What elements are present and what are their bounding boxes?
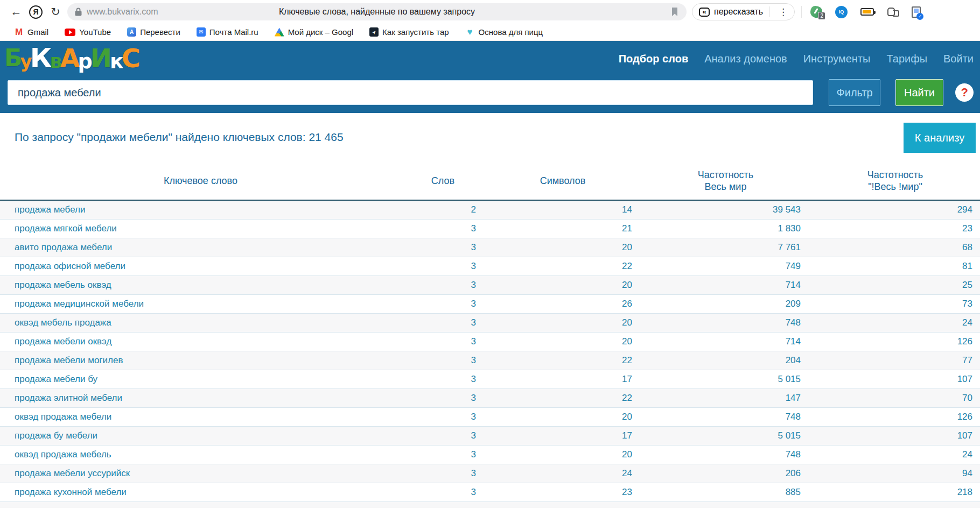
summarize-button[interactable]: « пересказать ⋮ [692,3,795,20]
value-cell-freq-exact: 25 [810,275,980,294]
keyword-cell[interactable]: продажа бу мебели [0,426,401,445]
shield-extension-icon[interactable]: 2 [810,6,822,18]
keyword-cell[interactable]: продажа мебели уссурийск [0,464,401,483]
table-row: продажа кухонной мебели323885218 [0,483,980,501]
value-cell-chars: 20 [485,445,641,464]
bookmark-label: Перевести [140,27,180,37]
value-cell-freq-world: 714 [641,275,810,294]
keyword-cell[interactable]: продажа мебели бу [0,370,401,388]
value-cell-words: 3 [401,445,485,464]
drive-icon [275,28,284,37]
value-cell-chars: 24 [485,464,641,483]
value-cell-words: 3 [401,370,485,388]
table-row: продажа офисной мебели32274981 [0,257,980,275]
yandex-browser-icon[interactable]: Я [29,5,43,19]
launch-icon [369,27,379,37]
results-row: По запросу "продажи мебели" найдено ключ… [0,113,980,161]
bukvarix-logo[interactable]: БуКвАрИкС [5,46,139,73]
value-cell-chars: 20 [485,313,641,332]
value-cell-words: 3 [401,483,485,501]
value-cell-freq-exact: 126 [810,332,980,351]
nav-domains[interactable]: Анализ доменов [704,53,787,65]
bookmark-label: Почта Mail.ru [209,27,258,37]
bookmark-icon[interactable] [670,7,679,17]
value-cell-freq-exact: 81 [810,257,980,275]
value-cell-freq-world: 748 [641,313,810,332]
column-header-freq-exact: Частотность"!Весь !мир" [810,161,980,200]
keyword-cell[interactable]: продажа офисной мебели [0,257,401,275]
keyword-cell[interactable]: продажа кухонной мебели [0,483,401,501]
value-cell-freq-exact: 294 [810,200,980,219]
value-cell-freq-world: 204 [641,351,810,370]
pizza-icon [465,28,475,37]
divider [769,6,770,17]
bookmark-youtube[interactable]: YouTube [65,27,111,37]
keyword-cell[interactable]: продажа мягкой мебели [0,219,401,238]
value-cell-chars: 22 [485,388,641,407]
iq-extension-icon[interactable]: IQ [835,6,848,18]
value-cell-chars: 20 [485,407,641,426]
keyword-cell[interactable]: авито продажа мебели [0,238,401,257]
value-cell-freq-exact: 68 [810,238,980,257]
nav-pricing[interactable]: Тарифы [886,53,927,65]
value-cell-freq-exact: 126 [810,407,980,426]
bookmark-drive[interactable]: Мой диск – Googl [275,27,353,37]
bookmark-label: Gmail [27,27,48,37]
nav-login[interactable]: Войти [943,53,974,65]
value-cell-chars: 17 [485,426,641,445]
search-input[interactable] [8,80,813,105]
value-cell-freq-world: 714 [641,332,810,351]
keyword-cell[interactable]: оквэд мебель продажа [0,313,401,332]
value-cell-freq-world: 1 830 [641,219,810,238]
lock-icon [75,8,82,16]
value-cell-freq-world: 5 015 [641,370,810,388]
keyword-cell[interactable]: оквэд продажа мебели [0,407,401,426]
keyword-cell[interactable]: продажа медицинской мебели [0,294,401,313]
bookmark-mail[interactable]: ✉Почта Mail.ru [197,27,258,37]
battery-extension-icon[interactable] [860,8,874,16]
table-row: авито продажа мебели3207 76168 [0,238,980,257]
keyword-cell[interactable]: продажа мебели могилев [0,351,401,370]
find-button[interactable]: Найти [895,79,943,106]
keyword-cell[interactable]: продажа мебели оквэд [0,332,401,351]
youtube-icon [65,29,75,36]
filter-button[interactable]: Фильтр [829,79,880,106]
value-cell-freq-exact: 107 [810,370,980,388]
value-cell-words: 3 [401,219,485,238]
value-cell-words: 3 [401,388,485,407]
key-extension-icon[interactable] [887,6,899,18]
help-button[interactable]: ? [955,83,974,102]
value-cell-chars: 22 [485,257,641,275]
site-header: БуКвАрИкС Подбор словАнализ доменовИнстр… [0,41,980,113]
bookmark-pizza[interactable]: Основа для пицц [465,27,543,37]
analyze-button[interactable]: К анализу [904,123,976,153]
bookmark-translate[interactable]: AПеревести [127,27,180,37]
keyword-cell[interactable]: продажа мебель оквэд [0,275,401,294]
logo-letter: Б [4,46,23,70]
page-check-extension-icon[interactable] [912,6,921,18]
address-bar[interactable]: www.bukvarix.com Ключевые слова, найденн… [67,3,687,20]
logo-letter: К [30,45,52,72]
url-text[interactable]: www.bukvarix.com [87,7,158,17]
nav-tools[interactable]: Инструменты [803,53,871,65]
table-row-partial [0,502,980,508]
keyword-cell[interactable]: продажа элитной мебели [0,388,401,407]
more-options-icon[interactable]: ⋮ [774,6,792,18]
bookmark-label: Как запустить тар [382,27,449,37]
table-row: оквэд продажа мебели320748126 [0,407,980,426]
column-header-words: Слов [401,161,485,200]
value-cell-words: 3 [401,313,485,332]
value-cell-chars: 14 [485,200,641,219]
bookmark-gmail[interactable]: MGmail [14,27,48,37]
table-row: продажа медицинской мебели32620973 [0,294,980,313]
keyword-cell[interactable]: оквэд продажа мебель [0,445,401,464]
nav-keywords[interactable]: Подбор слов [619,53,688,65]
back-icon[interactable]: ← [8,5,25,18]
value-cell-words: 3 [401,426,485,445]
bookmark-launch[interactable]: Как запустить тар [369,27,449,37]
value-cell-words: 3 [401,464,485,483]
keyword-cell[interactable]: продажа мебели [0,200,401,219]
table-row: продажа мебели оквэд320714126 [0,332,980,351]
value-cell-words: 2 [401,200,485,219]
refresh-icon[interactable]: ↻ [47,5,64,18]
